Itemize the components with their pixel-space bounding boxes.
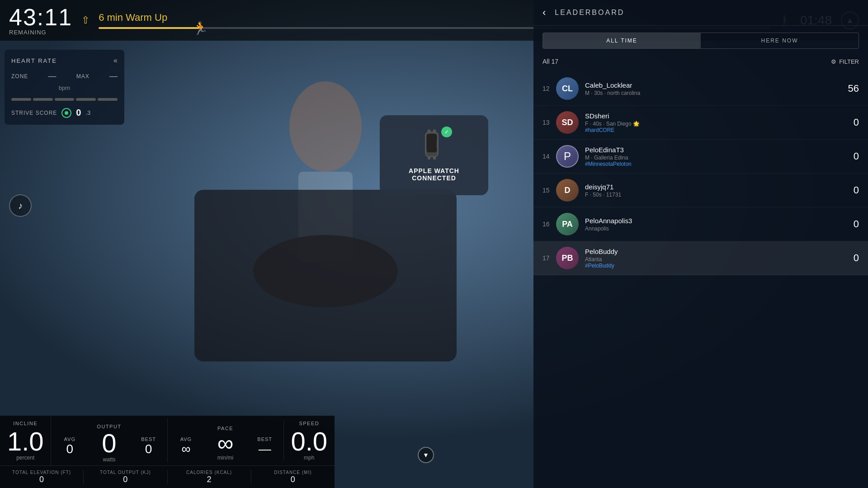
apple-watch-title: APPLE WATCH CONNECTED [409, 167, 459, 182]
svg-rect-6 [427, 134, 437, 152]
zone-bar-5 [98, 98, 118, 101]
leaderboard-header: ‹ LEADERBOARD [533, 0, 868, 26]
zone-row: ZONE — MAX — [11, 71, 118, 81]
lb-score: 0 [841, 252, 859, 264]
output-avg-value: 0 [66, 442, 74, 456]
lb-score: 56 [841, 83, 859, 94]
pace-best-label: BEST [257, 436, 272, 442]
tab-all-time[interactable]: ALL TIME [543, 33, 701, 48]
lb-rank: 15 [542, 187, 556, 194]
leaderboard-title: LEADERBOARD [555, 9, 624, 17]
progress-bar-fill [99, 27, 199, 29]
metrics-main-row: INCLINE 1.0 percent OUTPUT AVG 0 0 watts… [0, 416, 335, 465]
svg-rect-11 [437, 141, 439, 148]
tab-here-now[interactable]: HERE NOW [701, 33, 859, 48]
output-best-sub: BEST 0 [130, 432, 167, 461]
pace-main: ∞ min/mi [204, 432, 246, 461]
list-item[interactable]: 17 PB PeloBuddy Atlanta #PeloBuddy 0 [533, 241, 868, 275]
list-item[interactable]: 16 PA PeloAnnapolis3 Annapolis 0 [533, 207, 868, 241]
lb-rank: 14 [542, 153, 556, 160]
lb-hashtag: #hardCORE [585, 127, 614, 133]
speed-label: SPEED [299, 421, 319, 426]
total-output-stat: TOTAL OUTPUT (kj) 0 [84, 470, 167, 484]
distance-label: DISTANCE (mi) [274, 470, 311, 475]
avatar: PA [556, 213, 579, 235]
chevron-down-button[interactable]: ▼ [418, 447, 434, 463]
avatar: SD [556, 111, 579, 134]
hr-dash-center: — [48, 71, 57, 81]
incline-value: 1.0 [7, 428, 44, 455]
elevation-stat: TOTAL ELEVATION (ft) 0 [0, 470, 84, 484]
lb-user-info: SDsheri F · 40s · San Diego 🌟 #hardCORE [585, 112, 841, 133]
lb-user-info: PeloEdinaT3 M · Galleria Edina #Minnesot… [585, 146, 841, 167]
lb-username: SDsheri [585, 112, 841, 120]
speed-group: SPEED 0.0 mph [284, 416, 335, 465]
output-main-value: 0 [102, 430, 116, 456]
runner-icon: 🏃 [193, 21, 208, 36]
strive-score-value: 0 [76, 108, 81, 118]
heart-rate-collapse-button[interactable]: « [113, 56, 118, 65]
strive-decimal: .3 [85, 109, 90, 116]
lb-rank: 16 [542, 221, 556, 228]
lb-details: M · 30s · north carolina [585, 90, 841, 96]
pace-avg-sub: AVG ∞ [168, 432, 205, 461]
pace-avg-label: AVG [180, 436, 192, 442]
zone-bar-4 [76, 98, 96, 101]
list-item[interactable]: 15 D deisyjq71 F · 50s · 11731 0 [533, 174, 868, 207]
main-timer: 43:11 [9, 5, 72, 29]
lb-details: Annapolis [585, 225, 841, 232]
leaderboard-collapse-button[interactable]: ‹ [542, 7, 546, 19]
lb-score: 0 [841, 117, 859, 128]
max-label: MAX [76, 73, 90, 80]
leaderboard-tabs: ALL TIME HERE NOW [542, 33, 859, 49]
total-output-label: TOTAL OUTPUT (kj) [100, 470, 151, 475]
lb-username: PeloBuddy [585, 248, 841, 255]
checkmark-icon: ✓ [444, 129, 449, 135]
lb-rank: 13 [542, 119, 556, 126]
lb-details: F · 40s · San Diego 🌟 #hardCORE [585, 121, 841, 133]
lb-username: Caleb_Locklear [585, 81, 841, 89]
calories-value: 2 [207, 475, 212, 484]
lb-score: 0 [841, 218, 859, 230]
zone-bars [11, 98, 118, 101]
lb-rank: 17 [542, 254, 556, 262]
zone-bar-3 [55, 98, 75, 101]
list-item[interactable]: 12 CL Caleb_Locklear M · 30s · north car… [533, 72, 868, 106]
leaderboard-list: 12 CL Caleb_Locklear M · 30s · north car… [533, 72, 868, 488]
calories-stat: CALORIES (kcal) 2 [168, 470, 251, 484]
zone-label: ZONE [11, 73, 28, 80]
double-chevron-icon: ⇧ [81, 14, 90, 26]
lb-username: PeloEdinaT3 [585, 146, 841, 154]
lb-details: Atlanta #PeloBuddy [585, 256, 841, 269]
svg-rect-9 [428, 156, 431, 160]
apple-watch-modal: ✓ APPLE WATCH CONNECTED [380, 115, 488, 195]
lb-rank: 12 [542, 85, 556, 92]
list-item[interactable]: 13 SD SDsheri F · 40s · San Diego 🌟 #har… [533, 106, 868, 140]
pace-avg-value: ∞ [181, 442, 190, 456]
lb-details: M · Galleria Edina #MinnesotaPeloton [585, 155, 841, 167]
avatar: CL [556, 77, 579, 100]
hr-dash-right: — [109, 71, 118, 81]
list-item[interactable]: 14 P PeloEdinaT3 M · Galleria Edina #Min… [533, 140, 868, 174]
output-main: 0 watts [88, 430, 130, 463]
output-best-value: 0 [145, 442, 152, 456]
leaderboard-count: All 17 [542, 58, 558, 65]
distance-value: 0 [291, 475, 295, 484]
speed-value: 0.0 [291, 428, 327, 455]
svg-rect-7 [428, 130, 431, 133]
pace-best-value: — [259, 442, 271, 456]
remaining-label: Remaining [9, 29, 72, 36]
lb-user-info: PeloBuddy Atlanta #PeloBuddy [585, 248, 841, 269]
lb-username: PeloAnnapolis3 [585, 217, 841, 225]
filter-icon: ⚙ [831, 58, 836, 65]
leaderboard-panel: ‹ LEADERBOARD ALL TIME HERE NOW All 17 ⚙… [533, 0, 868, 488]
svg-point-4 [253, 235, 398, 307]
strive-section: STRIVE SCORE 0 .3 [11, 108, 118, 118]
svg-rect-10 [433, 156, 436, 160]
music-icon: ♪ [18, 201, 23, 211]
lb-user-info: Caleb_Locklear M · 30s · north carolina [585, 81, 841, 96]
bpm-label: bpm [11, 84, 118, 91]
filter-button[interactable]: ⚙ FILTER [831, 58, 859, 65]
strive-circle [61, 108, 71, 118]
music-button[interactable]: ♪ [9, 194, 32, 217]
